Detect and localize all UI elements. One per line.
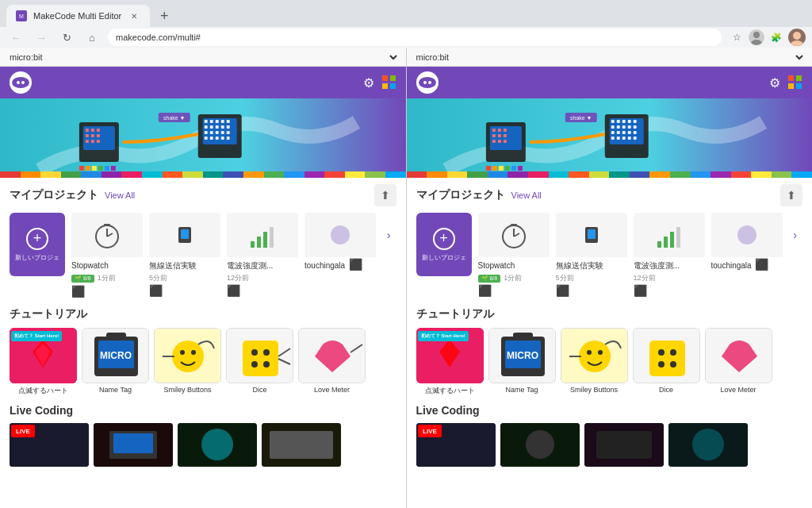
right-win-sq-3 [788,83,794,89]
svg-rect-39 [227,137,230,140]
left-my-projects-title: マイプロジェクト [10,188,98,202]
left-live-card-4[interactable] [262,423,341,467]
left-project-stopwatch[interactable]: Stopwatch 🌱 8/8 1分前 ⬛ [71,213,143,298]
svg-rect-22 [216,120,219,123]
svg-rect-107 [627,120,630,123]
left-tutorial-start[interactable]: 初めて？ Start Here! 点滅するハート [10,328,77,396]
left-app-header-right: ⚙ [363,75,396,90]
left-logo-dot-left [17,81,20,84]
left-pane-select[interactable]: micro:bit [6,52,400,63]
right-gear-icon[interactable]: ⚙ [769,75,780,90]
refresh-button[interactable]: ↻ [57,28,76,47]
left-live-coding-title: Live Coding [10,404,73,417]
left-live-card-1[interactable]: LIVE [10,423,89,467]
left-tutorial-love-thumb [298,328,366,383]
left-tutorial-love[interactable]: Love Meter [298,328,366,396]
left-live-card-3[interactable] [178,423,257,467]
left-view-all-link[interactable]: View All [105,190,135,200]
home-button[interactable]: ⌂ [82,28,102,47]
right-live-card-2[interactable] [500,423,580,467]
svg-rect-33 [221,131,224,134]
right-hero-banner: shake ▼ [407,98,813,178]
left-tutorial-dice[interactable]: Dice [226,328,293,396]
svg-rect-16 [91,140,94,143]
left-tutorial-smiley[interactable]: Smiley Buttons [154,328,221,396]
active-tab[interactable]: M MakeCode Multi Editor ✕ [6,5,150,27]
tab-close-button[interactable]: ✕ [128,10,140,22]
left-logo-dots [17,81,25,84]
right-logo-inner [419,77,436,88]
svg-rect-27 [216,125,219,129]
svg-rect-31 [210,131,213,134]
right-upload-button[interactable]: ⬆ [780,184,802,206]
right-live-card-1[interactable]: LIVE [416,423,496,467]
left-tutorial-nametag[interactable]: MICRO Name Tag [82,328,149,396]
left-windows-logo[interactable] [382,75,396,90]
profile-icon[interactable] [788,29,806,46]
left-project-wireless[interactable]: 無線送信実験 5分前 ⬛ [149,213,220,298]
right-tutorial-start[interactable]: 初めて？ Start Here! 点滅するハート [416,328,484,396]
right-view-all-link[interactable]: View All [511,190,542,200]
right-project-signal[interactable]: 電波強度測... 12分前 ⬛ [634,213,705,298]
left-gear-icon[interactable]: ⚙ [363,75,374,90]
svg-rect-123 [633,137,636,140]
right-project-wireless[interactable]: 無線送信実験 5分前 ⬛ [556,213,627,298]
left-stopwatch-block-icon: ⬛ [71,285,85,298]
left-signal-name: 電波強度測... [227,261,273,270]
forward-button[interactable]: → [32,28,51,47]
svg-rect-17 [97,140,100,143]
right-new-project-card[interactable]: + 新しいプロジェ [416,213,472,276]
svg-rect-14 [97,134,100,137]
right-tutorial-love[interactable]: Love Meter [705,328,772,396]
right-windows-logo[interactable] [788,75,802,90]
svg-rect-24 [227,120,230,123]
left-project-touching[interactable]: touchingala ⬛ [304,213,376,298]
right-touching-thumb [711,213,783,257]
left-signal-block-icon: ⬛ [227,284,240,297]
left-logo-inner [12,77,29,88]
right-content-area: マイプロジェクト View All ⬆ + 新しいプロジェ Stopwatch … [407,178,813,508]
right-tutorial-nametag[interactable]: MICRO Name Tag [488,328,556,396]
right-stopwatch-name: Stopwatch [478,261,515,270]
extensions-icon[interactable]: 🧩 [768,29,785,46]
right-pane-select[interactable]: micro:bit [413,52,806,63]
right-tutorial-smiley[interactable]: Smiley Buttons [561,328,628,396]
left-new-project-card[interactable]: + 新しいプロジェ [10,213,65,276]
left-project-signal[interactable]: 電波強度測... 12分前 ⬛ [227,213,298,298]
right-live-card-3[interactable] [584,423,664,467]
right-live-row: LIVE [416,423,803,467]
user-icon-1[interactable] [749,29,764,45]
svg-rect-114 [611,131,614,134]
svg-rect-28 [221,125,224,129]
left-more-projects-button[interactable]: › [382,213,395,257]
right-signal-meta: 12分前 [634,273,705,283]
right-live-card-4[interactable] [668,423,748,467]
svg-rect-95 [503,129,506,132]
left-upload-button[interactable]: ⬆ [374,184,396,206]
right-stopwatch-block-icon: ⬛ [478,284,492,297]
svg-rect-106 [622,120,625,123]
address-input[interactable] [108,29,722,46]
back-button[interactable]: ← [6,28,25,47]
left-touching-thumb [304,213,376,257]
svg-rect-11 [97,129,100,132]
right-rainbow-strip [407,171,813,178]
left-tutorials-row: 初めて？ Start Here! 点滅するハート MICRO Name Tag [10,328,396,396]
svg-point-170 [692,429,724,460]
right-project-stopwatch[interactable]: Stopwatch 🌱 8/8 1分前 ⬛ [478,213,550,298]
svg-rect-53 [181,229,189,239]
svg-text:MICRO: MICRO [100,350,132,361]
right-tutorial-dice[interactable]: Dice [633,328,700,396]
svg-rect-99 [492,140,495,143]
svg-rect-105 [616,120,619,123]
right-wireless-meta: 5分前 [556,273,627,283]
svg-rect-23 [221,120,224,123]
right-project-touching[interactable]: touchingala ⬛ [711,213,783,298]
win-sq-4 [390,83,396,89]
left-live-card-2[interactable] [94,423,173,467]
right-more-projects-button[interactable]: › [789,213,802,257]
bookmark-icon[interactable]: ☆ [728,29,745,46]
win-sq-1 [382,75,388,81]
new-tab-button[interactable]: + [153,5,175,27]
left-hero-banner: shake ▼ [0,98,406,178]
